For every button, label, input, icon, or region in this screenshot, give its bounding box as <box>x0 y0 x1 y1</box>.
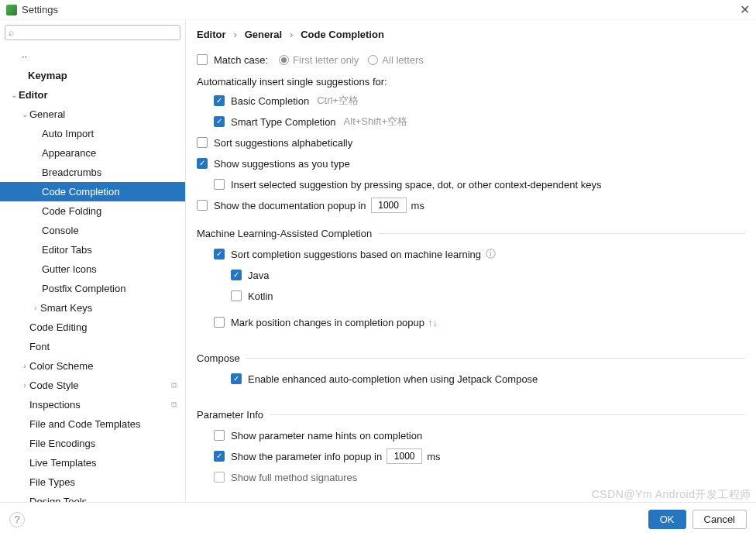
label-first-letter: First letter only <box>293 54 359 66</box>
label-mark-pos: Mark position changes in completion popu… <box>231 317 424 328</box>
tree-inspections[interactable]: Inspections⧉ <box>0 395 185 414</box>
label-java: Java <box>248 270 269 281</box>
row-smart: Smart Type Completion Alt+Shift+空格 <box>197 113 745 130</box>
tree-dots[interactable]: ·· <box>0 46 185 66</box>
checkbox-basic-completion[interactable] <box>214 95 225 106</box>
tree-editor-tabs[interactable]: Editor Tabs <box>0 240 185 259</box>
tree-design-tools[interactable]: Design Tools <box>0 492 185 502</box>
row-insert-space: Insert selected suggestion by pressing s… <box>197 176 745 193</box>
cancel-button[interactable]: Cancel <box>692 510 747 529</box>
search-icon: ⌕ <box>9 27 14 38</box>
section-param-info: Parameter Info <box>197 409 745 421</box>
crumb-code-completion: Code Completion <box>301 29 384 40</box>
crumb-general[interactable]: General <box>245 29 282 40</box>
titlebar: Settings ✕ <box>0 0 756 20</box>
tree-general[interactable]: ⌄General <box>0 105 185 124</box>
checkbox-kotlin[interactable] <box>231 290 242 301</box>
checkbox-java[interactable] <box>231 270 242 280</box>
row-sort-alpha: Sort suggestions alphabetically <box>197 134 745 151</box>
tree-keymap[interactable]: Keymap <box>0 66 185 85</box>
close-icon[interactable]: ✕ <box>740 2 750 17</box>
tree-font[interactable]: Font <box>0 337 185 356</box>
label-basic: Basic Completion <box>231 95 309 107</box>
section-ml: Machine Learning-Assisted Completion <box>197 228 745 239</box>
copy-icon: ⧉ <box>171 400 177 410</box>
checkbox-doc-popup[interactable] <box>197 200 208 211</box>
tree-code-completion[interactable]: Code Completion <box>0 182 185 201</box>
label-ml-sort: Sort completion suggestions based on mac… <box>231 249 481 260</box>
radio-all-letters[interactable] <box>368 55 378 65</box>
crumb-editor[interactable]: Editor <box>197 29 226 40</box>
tree-file-types[interactable]: File Types <box>0 472 185 492</box>
checkbox-param-popup[interactable] <box>214 451 225 462</box>
tree-live-templates[interactable]: Live Templates <box>0 453 185 472</box>
chevron-down-icon: ⌄ <box>20 110 29 119</box>
tree-gutter-icons[interactable]: Gutter Icons <box>0 259 185 279</box>
chevron-right-icon: › <box>233 29 236 40</box>
checkbox-insert-space[interactable] <box>214 179 225 190</box>
checkbox-mark-pos[interactable] <box>214 317 225 328</box>
row-mark-pos: Mark position changes in completion popu… <box>197 314 745 331</box>
main-area: ⌕ ·· Keymap ⌄Editor ⌄General Auto Import… <box>0 20 756 502</box>
tree-console[interactable]: Console <box>0 221 185 240</box>
chevron-right-icon: › <box>31 304 40 312</box>
label-compose-enable: Enable enhanced auto-completion when usi… <box>248 373 538 385</box>
search-input[interactable] <box>17 27 177 38</box>
divider-line <box>246 358 745 359</box>
checkbox-ml-sort[interactable] <box>214 249 225 259</box>
ok-button[interactable]: OK <box>648 510 686 529</box>
label-ms: ms <box>411 200 424 211</box>
label-param-hints: Show parameter name hints on completion <box>231 430 422 442</box>
chevron-down-icon: ⌄ <box>9 91 19 99</box>
tree-code-editing[interactable]: Code Editing <box>0 318 185 337</box>
tree-appearance[interactable]: Appearance <box>0 143 185 163</box>
chevron-right-icon: › <box>20 362 29 370</box>
arrows-icon: ↑↓ <box>428 317 438 328</box>
search-wrap[interactable]: ⌕ <box>5 25 180 40</box>
window-title: Settings <box>22 4 740 15</box>
radio-first-letter[interactable] <box>279 55 289 65</box>
tree-file-encodings[interactable]: File Encodings <box>0 434 185 453</box>
tree-breadcrumbs[interactable]: Breadcrumbs <box>0 163 185 182</box>
input-doc-popup-ms[interactable] <box>371 198 407 213</box>
search-box: ⌕ <box>0 20 185 45</box>
checkbox-param-hints[interactable] <box>214 430 225 441</box>
tree-color-scheme[interactable]: ›Color Scheme <box>0 356 185 376</box>
content-panel: Editor › General › Code Completion Match… <box>186 20 756 502</box>
checkbox-sort-alpha[interactable] <box>197 137 208 148</box>
sidebar: ⌕ ·· Keymap ⌄Editor ⌄General Auto Import… <box>0 20 186 502</box>
settings-tree[interactable]: ·· Keymap ⌄Editor ⌄General Auto Import A… <box>0 45 185 502</box>
label-sort-alpha: Sort suggestions alphabetically <box>214 137 352 149</box>
checkbox-full-sig[interactable] <box>214 472 225 483</box>
label-match-case: Match case: <box>214 54 268 66</box>
checkbox-match-case[interactable] <box>197 54 208 65</box>
help-icon[interactable]: ⓘ <box>486 247 496 261</box>
label-auto-insert: Automatically insert single suggestions … <box>197 76 745 88</box>
label-kotlin: Kotlin <box>248 290 273 302</box>
tree-code-folding[interactable]: Code Folding <box>0 201 185 221</box>
label-as-type: Show suggestions as you type <box>214 158 350 170</box>
checkbox-smart-completion[interactable] <box>214 116 225 127</box>
row-compose-enable: Enable enhanced auto-completion when usi… <box>197 370 745 387</box>
tree-editor[interactable]: ⌄Editor <box>0 85 185 105</box>
copy-icon: ⧉ <box>171 380 177 390</box>
shortcut-smart: Alt+Shift+空格 <box>344 115 407 129</box>
row-as-type: Show suggestions as you type <box>197 155 745 172</box>
tree-auto-import[interactable]: Auto Import <box>0 124 185 143</box>
label-full-sig: Show full method signatures <box>231 472 357 483</box>
row-doc-popup: Show the documentation popup in ms <box>197 197 745 214</box>
checkbox-compose-enable[interactable] <box>231 373 242 384</box>
tree-code-style[interactable]: ›Code Style⧉ <box>0 376 185 395</box>
tree-smart-keys[interactable]: ›Smart Keys <box>0 298 185 318</box>
row-param-hints: Show parameter name hints on completion <box>197 427 745 444</box>
breadcrumb: Editor › General › Code Completion <box>197 28 745 40</box>
tree-postfix[interactable]: Postfix Completion <box>0 279 185 298</box>
label-ms: ms <box>427 451 440 462</box>
label-doc-popup: Show the documentation popup in <box>214 200 366 211</box>
row-match-case: Match case: First letter only All letter… <box>197 51 745 68</box>
tree-file-code-templates[interactable]: File and Code Templates <box>0 414 185 434</box>
input-param-popup-ms[interactable] <box>387 448 422 464</box>
footer: ? OK Cancel <box>0 502 756 536</box>
help-button[interactable]: ? <box>9 512 25 527</box>
checkbox-as-you-type[interactable] <box>197 158 208 169</box>
